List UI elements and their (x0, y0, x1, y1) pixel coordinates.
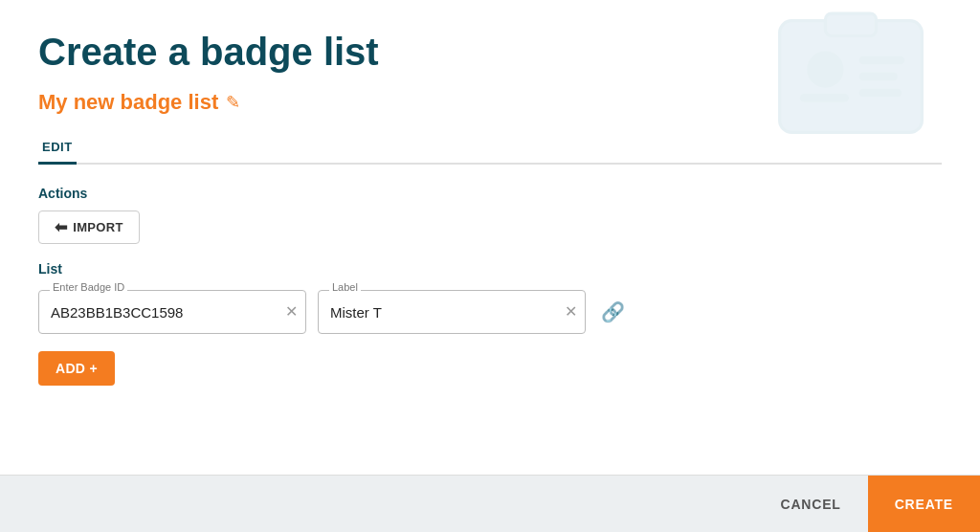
badge-id-input-row: ✕ (38, 290, 306, 334)
badge-id-field-wrapper: Enter Badge ID ✕ (38, 290, 306, 334)
footer-bar: CANCEL CREATE (0, 475, 980, 532)
badge-icon (769, 10, 932, 144)
svg-point-2 (807, 51, 843, 87)
label-field-label: Label (329, 281, 361, 293)
label-field-wrapper: Label ✕ (318, 290, 586, 334)
label-input[interactable] (330, 304, 559, 321)
link-icon[interactable]: 🔗 (601, 300, 625, 323)
import-icon: ⬅ (55, 218, 67, 236)
main-content: Create a badge list My new badge list ✎ … (0, 0, 980, 475)
edit-pen-icon[interactable]: ✎ (226, 92, 240, 113)
badge-id-label: Enter Badge ID (50, 281, 127, 293)
import-button[interactable]: ⬅ IMPORT (38, 211, 140, 244)
label-clear-icon[interactable]: ✕ (565, 304, 577, 320)
svg-rect-3 (800, 94, 849, 102)
svg-rect-1 (825, 13, 876, 35)
svg-rect-4 (859, 56, 905, 65)
fields-row: Enter Badge ID ✕ Label ✕ 🔗 (38, 290, 942, 334)
label-input-row: ✕ (318, 290, 586, 334)
import-label: IMPORT (73, 220, 122, 234)
list-name-label: My new badge list (38, 90, 218, 115)
svg-rect-5 (859, 73, 898, 81)
add-button[interactable]: ADD + (38, 351, 115, 386)
actions-section-label: Actions (38, 186, 942, 201)
create-button[interactable]: CREATE (868, 476, 980, 533)
list-section-label: List (38, 261, 942, 277)
svg-rect-6 (859, 89, 902, 98)
add-button-label: ADD + (56, 361, 98, 376)
badge-id-input[interactable] (51, 304, 279, 321)
badge-id-clear-icon[interactable]: ✕ (285, 304, 298, 320)
tab-edit[interactable]: EDIT (38, 132, 77, 165)
cancel-button[interactable]: CANCEL (754, 476, 868, 533)
